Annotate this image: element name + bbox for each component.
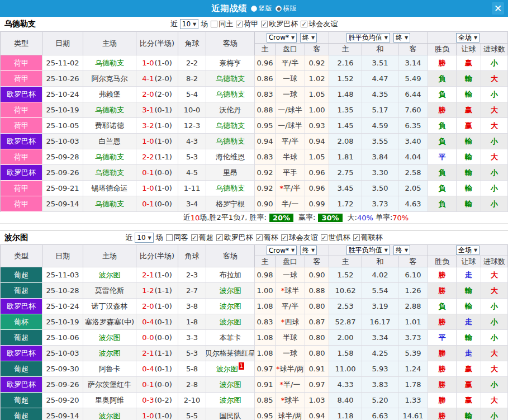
corner-score: 5-4: [178, 87, 206, 102]
odds-away: 0.94: [305, 408, 329, 420]
same-venue-checkbox[interactable]: 同客: [166, 233, 188, 243]
league-badge: 欧罗巴杯: [1, 377, 42, 393]
final-avg-select[interactable]: 终▼: [393, 246, 410, 255]
league-badge: 葡杯: [1, 314, 42, 330]
league-filter-checkbox[interactable]: ✓葡联杯: [353, 233, 383, 243]
full-match-select[interactable]: 全场▼: [456, 33, 479, 43]
radio-icon: [251, 6, 257, 12]
star-mark: *: [276, 365, 280, 373]
same-venue-checkbox[interactable]: 同主: [211, 19, 233, 29]
avg-home: 2.75: [329, 165, 362, 181]
odds-handicap: 平手: [276, 165, 305, 181]
league-filter-checkbox[interactable]: ✓球会友谊: [281, 233, 318, 243]
match-count-select[interactable]: 10 ▼: [135, 233, 153, 243]
corner-score: 2-8: [178, 377, 206, 393]
col-avg-draw: 和: [362, 44, 398, 55]
result-goals: 小: [481, 314, 508, 330]
odds-handicap: *球半: [276, 393, 305, 408]
match-score: 1-0(1-0): [136, 408, 178, 420]
avg-home: 3.45: [329, 181, 362, 196]
result-wdl: 負: [428, 181, 457, 196]
checkbox-icon: ✓: [261, 21, 268, 27]
odds-home: 1.08: [255, 299, 276, 314]
result-goals: 小: [481, 196, 508, 212]
odds-source-select[interactable]: Crow*▼: [267, 246, 297, 255]
match-count-select[interactable]: 10 ▼: [180, 19, 198, 29]
avg-away: 1.78: [398, 377, 428, 393]
avg-odds-select[interactable]: 胜平负均值▼: [346, 246, 390, 255]
select-value: 终: [302, 246, 309, 255]
avg-draw: 16.17: [362, 314, 398, 330]
odds-handicap: 一球: [276, 87, 305, 102]
league-filter-checkbox[interactable]: ✓荷甲: [236, 19, 258, 29]
home-team: 萨尔茨堡红牛: [83, 377, 136, 393]
league-filter-checkbox[interactable]: ✓世俱杯: [321, 233, 350, 243]
select-value: 胜平负均值: [349, 33, 382, 43]
odds-handicap: 一/球半: [276, 118, 305, 134]
select-value: 胜平负均值: [349, 246, 382, 255]
result-handicap: 輸: [457, 87, 481, 102]
odds-source-select[interactable]: Crow*▼: [267, 33, 297, 43]
result-wdl: 勝: [428, 314, 457, 330]
select-value: 10: [182, 20, 191, 28]
away-team: 波尔图: [206, 314, 255, 330]
odds-home: 1.08: [255, 346, 276, 361]
checkbox-label: 球会友谊: [308, 19, 338, 29]
final-avg-select[interactable]: 终▼: [393, 33, 410, 43]
home-team: 莫雷伦斯: [83, 283, 136, 299]
checkbox-icon: ✓: [353, 234, 360, 241]
chevron-down-icon: ▼: [384, 248, 388, 253]
avg-away: 4.63: [398, 196, 428, 212]
close-button[interactable]: ✕: [492, 2, 504, 15]
away-team: 贝尔格莱德红星: [206, 346, 255, 361]
odds-handicap: 一/球半: [276, 102, 305, 118]
select-value: 终: [396, 246, 402, 255]
col-result-goals: 进球数: [481, 256, 508, 267]
chevron-down-icon: ▼: [291, 248, 295, 253]
corner-score: 2-7: [178, 283, 206, 299]
avg-draw: 3.51: [362, 55, 398, 71]
score-fulltime: 0-1: [142, 380, 154, 389]
odds-handicap: 平/半: [276, 299, 305, 314]
result-wdl: 勝: [428, 102, 457, 118]
match-date: 25-09-14: [42, 196, 83, 212]
league-badge: 荷甲: [1, 118, 42, 134]
home-team: 波尔图: [83, 267, 136, 283]
checkbox-icon: ✓: [256, 234, 263, 241]
avg-away: 5.39: [398, 346, 428, 361]
league-filter-checkbox[interactable]: ✓欧罗巴杯: [216, 233, 253, 243]
summary-bar: 近10场,胜2平1负7, 胜率: 20% 赢率: 30% 大:40% 单率:70…: [0, 212, 508, 224]
final-odds-select[interactable]: 终▼: [300, 33, 317, 43]
result-group-header: 全场▼: [428, 32, 508, 44]
odds-away: 0.96: [305, 165, 329, 181]
full-match-select[interactable]: 全场▼: [456, 246, 479, 255]
avg-away: 14.61: [398, 408, 428, 420]
league-filter-checkbox[interactable]: ✓葡杯: [256, 233, 278, 243]
league-badge: 荷甲: [1, 149, 42, 165]
odds-away: 1.03: [305, 393, 329, 408]
result-goals: 小: [481, 299, 508, 314]
avg-draw: 3.83: [362, 377, 398, 393]
score-fulltime: 2-0: [142, 302, 154, 310]
match-table-body: 荷甲25-11-02乌德勒支1-0(1-0)2-2奈梅亨0.96平/半0.922…: [0, 55, 508, 212]
score-fulltime: 4-1: [142, 74, 154, 83]
radio-vertical-layout[interactable]: 竖版: [251, 4, 272, 13]
league-filter-checkbox[interactable]: ✓球会友谊: [301, 19, 338, 29]
select-value: 全场: [458, 33, 472, 43]
match-score: 0-1(0-0): [136, 377, 178, 393]
table-row: 葡超25-09-14波尔图1-0(1-0)5-5国民队0.95球半/两0.941…: [1, 408, 508, 420]
select-value: 10: [137, 234, 145, 242]
league-filter-checkbox[interactable]: ✓欧罗巴杯: [261, 19, 298, 29]
home-team: 波尔图: [83, 408, 136, 420]
final-odds-select[interactable]: 终▼: [300, 246, 317, 255]
radio-horizontal-layout[interactable]: 横版: [276, 4, 297, 13]
home-team: 乌德勒支: [83, 55, 136, 71]
league-filter-checkbox[interactable]: ✓葡超: [191, 233, 213, 243]
away-team: 波尔图: [206, 377, 255, 393]
col-avg-home: 主: [329, 44, 362, 55]
avg-odds-select[interactable]: 胜平负均值▼: [346, 33, 390, 43]
col-odds-home: 主: [255, 256, 276, 267]
result-goals: 小: [481, 330, 508, 346]
checkbox-icon: ✓: [216, 234, 223, 241]
match-score: 1-0(1-0): [136, 134, 178, 149]
